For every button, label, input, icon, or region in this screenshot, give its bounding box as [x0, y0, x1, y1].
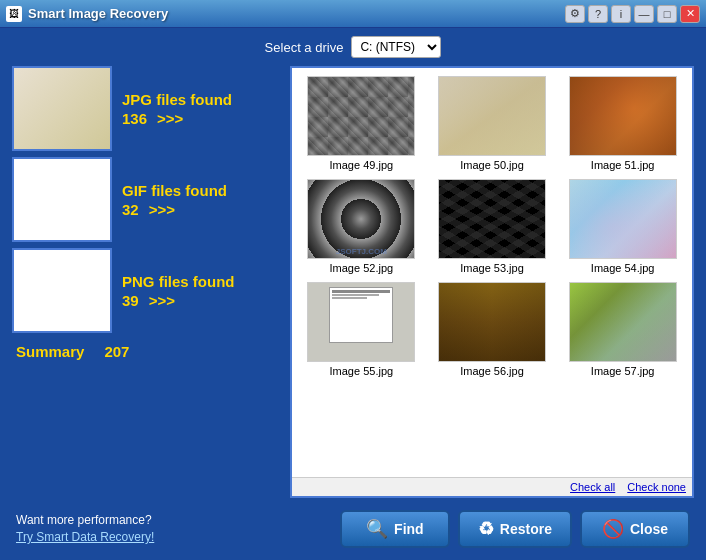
gif-arrow[interactable]: >>>	[149, 201, 175, 218]
list-item[interactable]: Image 51.jpg	[561, 76, 684, 171]
png-file-info: PNG files found 39 >>>	[122, 273, 235, 309]
summary-count: 207	[104, 343, 129, 360]
list-item[interactable]: Image 54.jpg	[561, 179, 684, 274]
jpg-row: JPG files found 136 >>>	[12, 66, 282, 151]
left-panel: JPG files found 136 >>> GIF files found …	[12, 66, 282, 498]
maximize-button[interactable]: □	[657, 5, 677, 23]
gif-file-info: GIF files found 32 >>>	[122, 182, 227, 218]
image-label-57: Image 57.jpg	[591, 365, 655, 377]
image-grid-container[interactable]: Image 49.jpg Image 50.jpg Image 51.jpg	[292, 68, 692, 477]
jpg-arrow[interactable]: >>>	[157, 110, 183, 127]
title-bar: 🖼 Smart Image Recovery ⚙ ? i — □ ✕	[0, 0, 706, 28]
find-label: Find	[394, 521, 424, 537]
image-label-53: Image 53.jpg	[460, 262, 524, 274]
jpg-count: 136	[122, 110, 147, 127]
gif-count: 32	[122, 201, 139, 218]
drive-select-label: Select a drive	[265, 40, 344, 55]
image-label-56: Image 56.jpg	[460, 365, 524, 377]
find-icon: 🔍	[366, 518, 388, 540]
image-thumb-54	[569, 179, 677, 259]
list-item[interactable]: Image 56.jpg	[431, 282, 554, 377]
list-item[interactable]: JSOFTJ.COM Image 52.jpg	[300, 179, 423, 274]
jpg-count-row: 136 >>>	[122, 110, 232, 127]
summary-label: Summary	[16, 343, 84, 360]
image-label-52: Image 52.jpg	[330, 262, 394, 274]
png-count: 39	[122, 292, 139, 309]
gif-count-row: 32 >>>	[122, 201, 227, 218]
jpg-file-info: JPG files found 136 >>>	[122, 91, 232, 127]
image-thumb-51	[569, 76, 677, 156]
middle-section: JPG files found 136 >>> GIF files found …	[12, 66, 694, 498]
restore-icon: ♻	[478, 518, 494, 540]
png-preview-thumb	[12, 248, 112, 333]
app-icon: 🖼	[6, 6, 22, 22]
drive-select-dropdown[interactable]: C: (NTFS) D: E:	[351, 36, 441, 58]
image-thumb-55	[307, 282, 415, 362]
title-bar-left: 🖼 Smart Image Recovery	[6, 6, 168, 22]
gif-label: GIF files found	[122, 182, 227, 199]
settings-button[interactable]: ⚙	[565, 5, 585, 23]
restore-button[interactable]: ♻ Restore	[458, 510, 572, 548]
image-label-51: Image 51.jpg	[591, 159, 655, 171]
list-item[interactable]: Image 55.jpg	[300, 282, 423, 377]
image-thumb-50	[438, 76, 546, 156]
jpg-preview-thumb	[12, 66, 112, 151]
png-label: PNG files found	[122, 273, 235, 290]
image-label-49: Image 49.jpg	[330, 159, 394, 171]
image-thumb-52: JSOFTJ.COM	[307, 179, 415, 259]
help-button[interactable]: ?	[588, 5, 608, 23]
minimize-button[interactable]: —	[634, 5, 654, 23]
gif-row: GIF files found 32 >>>	[12, 157, 282, 242]
close-icon: 🚫	[602, 518, 624, 540]
main-content: Select a drive C: (NTFS) D: E: JPG files…	[0, 28, 706, 560]
bottom-bar: Want more performance? Try Smart Data Re…	[12, 502, 694, 552]
list-item[interactable]: Image 50.jpg	[431, 76, 554, 171]
promo-section: Want more performance? Try Smart Data Re…	[16, 513, 154, 545]
image-label-55: Image 55.jpg	[330, 365, 394, 377]
close-label: Close	[630, 521, 668, 537]
image-thumb-56	[438, 282, 546, 362]
list-item[interactable]: Image 49.jpg	[300, 76, 423, 171]
png-arrow[interactable]: >>>	[149, 292, 175, 309]
action-buttons: 🔍 Find ♻ Restore 🚫 Close	[340, 510, 690, 548]
info-button[interactable]: i	[611, 5, 631, 23]
list-item[interactable]: Image 57.jpg	[561, 282, 684, 377]
check-all-link[interactable]: Check all	[570, 481, 615, 493]
image-thumb-53	[438, 179, 546, 259]
image-grid: Image 49.jpg Image 50.jpg Image 51.jpg	[300, 76, 684, 377]
restore-label: Restore	[500, 521, 552, 537]
window-close-button[interactable]: ✕	[680, 5, 700, 23]
summary-row: Summary 207	[12, 343, 282, 360]
image-label-54: Image 54.jpg	[591, 262, 655, 274]
list-item[interactable]: Image 53.jpg	[431, 179, 554, 274]
png-count-row: 39 >>>	[122, 292, 235, 309]
drive-select-row: Select a drive C: (NTFS) D: E:	[12, 36, 694, 58]
check-none-link[interactable]: Check none	[627, 481, 686, 493]
promo-link[interactable]: Try Smart Data Recovery!	[16, 530, 154, 544]
check-links-bar: Check all Check none	[292, 477, 692, 496]
gif-preview-thumb	[12, 157, 112, 242]
find-button[interactable]: 🔍 Find	[340, 510, 450, 548]
image-thumb-57	[569, 282, 677, 362]
promo-text: Want more performance?	[16, 513, 154, 527]
close-button[interactable]: 🚫 Close	[580, 510, 690, 548]
png-row: PNG files found 39 >>>	[12, 248, 282, 333]
app-title: Smart Image Recovery	[28, 6, 168, 21]
image-grid-panel: Image 49.jpg Image 50.jpg Image 51.jpg	[290, 66, 694, 498]
image-label-50: Image 50.jpg	[460, 159, 524, 171]
title-bar-buttons: ⚙ ? i — □ ✕	[565, 5, 700, 23]
jpg-label: JPG files found	[122, 91, 232, 108]
image-thumb-49	[307, 76, 415, 156]
